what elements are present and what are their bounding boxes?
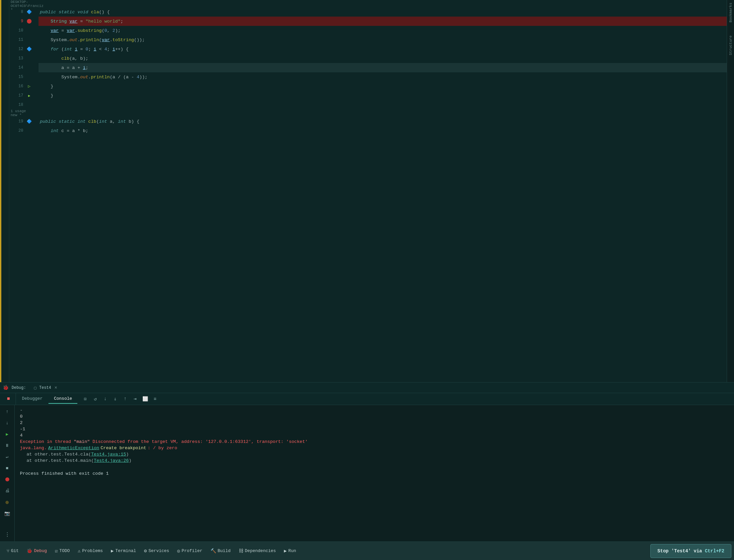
var-var4: var xyxy=(102,37,110,42)
debug-label: Debug: xyxy=(12,385,26,390)
code-line-8[interactable]: public static void cla () { xyxy=(38,7,727,17)
console-up-btn[interactable]: ↑ xyxy=(3,407,12,416)
warning-icon[interactable]: ◎ xyxy=(3,497,12,507)
gutter-line-8: 8 🔷 xyxy=(9,7,36,17)
services-label: Services xyxy=(148,548,169,553)
code-line-14[interactable]: a = a + i ; xyxy=(38,63,727,72)
method-clb: clb xyxy=(61,56,69,61)
stop-tooltip[interactable]: Stop 'Test4' via Ctrl+F2 xyxy=(650,544,731,558)
step-out-btn[interactable]: ↑ xyxy=(120,394,130,404)
terminal-icon: ▶ xyxy=(111,548,113,554)
gutter-line-18: 18 xyxy=(9,100,36,109)
line-num-14: 14 xyxy=(9,65,26,70)
frames-btn[interactable]: ≡ xyxy=(150,394,160,404)
bug-icon: 🐞 xyxy=(3,385,9,391)
dependencies-label: Dependencies xyxy=(245,548,276,553)
evaluate-btn[interactable]: ⬜ xyxy=(140,394,150,404)
gutter-line-10: 10 xyxy=(9,26,36,35)
code-line-19[interactable]: public static int clb ( int a, int b) { xyxy=(38,117,727,126)
usage-meta-2: 1 usage new * xyxy=(11,109,36,117)
stack-trace-1: at other.test.Test4.cla(Test4.java:15) xyxy=(20,452,729,457)
code-line-11[interactable]: System. out . println ( var . toString (… xyxy=(38,35,727,44)
var-i2: i xyxy=(94,47,96,52)
status-services[interactable]: ⚙ Services xyxy=(140,542,173,560)
window-icon: ▢ xyxy=(34,385,37,390)
git-label: Git xyxy=(11,548,19,553)
output-dash: - xyxy=(20,408,729,413)
pause-icon[interactable]: ⏸ xyxy=(3,441,12,450)
line-num-20: 20 xyxy=(9,128,26,133)
code-meta-2 xyxy=(38,109,727,117)
line-num-9: 9 xyxy=(9,19,26,24)
console-down-btn[interactable]: ↓ xyxy=(3,418,12,428)
bookmark-icon-12: 🔷 xyxy=(26,46,33,52)
status-profiler[interactable]: ◎ Profiler xyxy=(173,542,206,560)
vertical-tab-structure[interactable]: Structure xyxy=(729,35,733,55)
create-breakpoint-btn[interactable]: Create breakpoint xyxy=(101,446,146,451)
code-content: public static void cla () { String var =… xyxy=(36,0,727,382)
gutter-line-9: 9 xyxy=(9,17,36,26)
string-hello: "hello world" xyxy=(86,19,120,24)
gutter-line-14: 14 xyxy=(9,63,36,72)
line-num-17: 17 xyxy=(9,93,26,98)
wrap-icon[interactable]: ↵ xyxy=(3,452,12,461)
problems-label: Problems xyxy=(82,548,103,553)
run-label: Run xyxy=(288,548,296,553)
var-i3: i xyxy=(112,47,115,52)
breakpoint-red-icon[interactable] xyxy=(3,475,12,484)
status-build[interactable]: 🔨 Build xyxy=(206,542,235,560)
output-arithmetic[interactable]: java.lang.ArithmeticException Create bre… xyxy=(20,446,729,451)
code-line-12[interactable]: for ( int i = 0 ; i < 4 ; i ++) { xyxy=(38,44,727,54)
run-icon[interactable]: ▶ xyxy=(3,430,12,439)
todo-icon: ☑ xyxy=(55,548,57,554)
code-line-18[interactable] xyxy=(38,100,727,109)
stack-link-2[interactable]: Test4.java:26 xyxy=(94,458,129,463)
clear-icon[interactable]: ■ xyxy=(3,463,12,473)
code-line-9[interactable]: String var = "hello world" ; xyxy=(38,17,727,26)
tab-console[interactable]: Console xyxy=(48,394,77,404)
stack-link-1[interactable]: Test4.java:15 xyxy=(91,452,126,457)
editor-area: 1 usage 👤 DESKTOP-OC0T4C0\Franciz * 8 🔷 … xyxy=(0,0,734,382)
keyword-int5: int xyxy=(50,128,58,133)
line-num-18: 18 xyxy=(9,103,26,107)
print-icon[interactable]: 🖨 xyxy=(3,486,12,495)
step-into-btn[interactable]: ⇓ xyxy=(110,394,120,404)
meta-row-1: 1 usage 👤 DESKTOP-OC0T4C0\Franciz * xyxy=(9,0,36,7)
code-line-20[interactable]: int c = a * b; xyxy=(38,126,727,135)
breakpoint-9[interactable] xyxy=(26,19,33,24)
exception-link[interactable]: ArithmeticException xyxy=(48,446,99,451)
code-line-17[interactable]: } xyxy=(38,91,727,100)
status-todo[interactable]: ☑ TODO xyxy=(51,542,74,560)
run-to-cursor-btn[interactable]: ⇥ xyxy=(130,394,140,404)
debug-toolbar-icons: ⊡ ↺ ↓ ⇓ ↑ ⇥ ⬜ ≡ xyxy=(81,394,160,404)
status-dependencies[interactable]: ⛓ Dependencies xyxy=(235,542,280,560)
gutter-line-12: 12 🔷 xyxy=(9,44,36,54)
code-line-15[interactable]: System. out . println (a / (a - 4 )); xyxy=(38,72,727,82)
restore-btn[interactable]: ⊡ xyxy=(81,394,90,404)
more-icon[interactable]: ⋮ xyxy=(3,530,12,539)
debug-icon: 🐞 xyxy=(27,548,32,554)
tab-debugger[interactable]: Debugger xyxy=(17,394,48,404)
rerun-btn[interactable]: ↺ xyxy=(91,394,100,404)
stop-btn[interactable]: ■ xyxy=(4,394,13,404)
line-num-16: 16 xyxy=(9,84,26,89)
status-problems[interactable]: ⚠ Problems xyxy=(74,542,107,560)
code-line-10[interactable]: var = var . substring ( 0 , 2 ); xyxy=(38,26,727,35)
debug-close-btn[interactable]: × xyxy=(54,385,57,390)
code-line-16[interactable]: } xyxy=(38,82,727,91)
status-debug[interactable]: 🐞 Debug xyxy=(23,542,51,560)
status-git[interactable]: ⑂ Git xyxy=(3,542,23,560)
camera-icon[interactable]: 📷 xyxy=(3,509,12,518)
debug-toolbar: ■ Debugger Console ⊡ ↺ ↓ ⇓ ↑ ⇥ ⬜ ≡ xyxy=(0,393,734,405)
gutter-line-15: 15 xyxy=(9,72,36,82)
status-terminal[interactable]: ▶ Terminal xyxy=(107,542,140,560)
services-icon: ⚙ xyxy=(144,548,147,554)
status-run[interactable]: ▶ Run xyxy=(280,542,300,560)
profiler-label: Profiler xyxy=(182,548,202,553)
line-num-19: 19 xyxy=(9,119,26,124)
code-line-13[interactable]: clb (a, b); xyxy=(38,54,727,63)
step-over-btn[interactable]: ↓ xyxy=(101,394,110,404)
vertical-tab-bookmarks[interactable]: Bookmarks xyxy=(729,3,733,22)
output-neg1: -1 xyxy=(20,427,729,432)
terminal-label: Terminal xyxy=(115,548,136,553)
